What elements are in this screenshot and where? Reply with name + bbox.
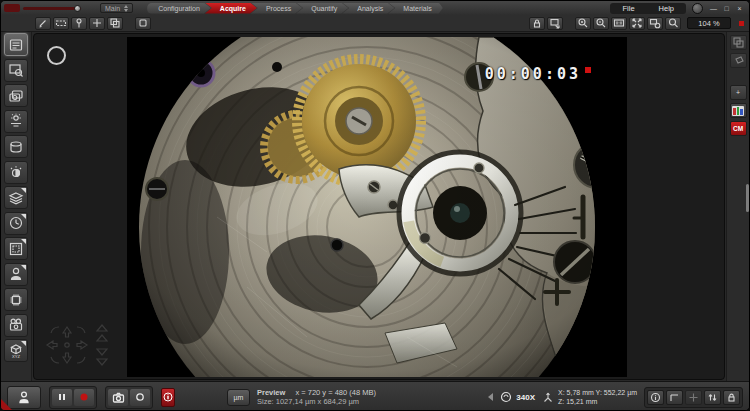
add-point-button[interactable] — [89, 17, 105, 30]
sidebar-item-image-inspect[interactable] — [4, 59, 28, 82]
tab-configuration[interactable]: Configuration — [147, 3, 211, 14]
pan-control-pad[interactable] — [41, 321, 115, 369]
objective-icon — [500, 391, 512, 403]
channel-cm-label: CM — [733, 125, 743, 132]
minimize-button[interactable]: — — [709, 3, 718, 14]
tab-quantify[interactable]: Quantify — [296, 3, 348, 14]
circle-icon — [134, 391, 146, 403]
z-up-triangle — [97, 335, 107, 341]
z-position: Z: 15,21 mm — [558, 397, 637, 406]
duplicate-button[interactable] — [107, 17, 123, 30]
snapshot-export-button[interactable] — [547, 17, 563, 30]
scale-bar-button[interactable] — [666, 390, 683, 405]
recording-indicator-icon — [585, 67, 591, 73]
close-button[interactable]: × — [735, 3, 744, 14]
camera-icon — [112, 391, 125, 404]
file-menu[interactable]: File — [610, 3, 646, 14]
chip-icon — [8, 292, 24, 308]
sidebar-item-drum[interactable] — [4, 135, 28, 158]
fit-to-screen-button[interactable] — [629, 17, 645, 30]
clock-icon — [8, 215, 24, 231]
overlay-toggle-button[interactable] — [135, 17, 151, 30]
zoom-level-display[interactable]: 104 % — [687, 17, 731, 29]
corner-alert-icon — [1, 399, 14, 411]
lock-view-button[interactable] — [529, 17, 545, 30]
recording-timer: 00:00:03 — [485, 65, 591, 83]
help-menu[interactable]: Help — [647, 3, 686, 14]
preview-dimensions: x = 720 y = 480 (48 MB) — [295, 388, 375, 397]
cylinder-icon — [8, 139, 24, 155]
person-icon — [17, 390, 31, 404]
pan-up-arrow — [63, 327, 71, 337]
stacked-frames-icon — [733, 37, 744, 48]
tab-analysis[interactable]: Analysis — [342, 3, 394, 14]
camera-gallery-icon — [8, 88, 24, 104]
image-info-button[interactable] — [647, 390, 664, 405]
units-button[interactable]: µm — [227, 389, 250, 406]
sidebar-item-illumination[interactable] — [4, 110, 28, 133]
contrast-sun-icon — [8, 164, 24, 180]
merge-channels-button[interactable] — [730, 35, 747, 50]
collapse-arrow-icon[interactable] — [488, 393, 493, 401]
add-channel-button[interactable]: + — [730, 85, 747, 100]
maximize-button[interactable]: □ — [722, 3, 731, 14]
z-order-button[interactable] — [704, 390, 721, 405]
info-icon — [163, 391, 173, 403]
measure-button[interactable] — [53, 17, 69, 30]
lamp-icon — [8, 113, 24, 129]
zoom-in-button[interactable] — [575, 17, 591, 30]
region-zoom-icon — [649, 17, 661, 29]
flatten-button[interactable] — [730, 53, 747, 68]
roi-circle-overlay[interactable] — [47, 46, 66, 65]
status-bar: µm Preview x = 720 y = 480 (48 MB) Size:… — [1, 381, 749, 411]
ruler-icon — [55, 17, 67, 29]
lock-settings-button[interactable] — [723, 390, 740, 405]
sidebar-item-video[interactable] — [4, 314, 28, 337]
sidebar-item-xyz-stage[interactable]: XYZ — [4, 339, 28, 362]
logo-slider — [23, 7, 81, 10]
acquisition-info-button[interactable] — [161, 388, 175, 407]
sidebar-item-layers[interactable] — [4, 186, 28, 209]
sidebar-item-experiments[interactable] — [4, 33, 28, 56]
sidebar-item-stage-grid[interactable] — [4, 237, 28, 260]
tab-materials[interactable]: Materials — [388, 3, 442, 14]
vertical-scrollbar[interactable] — [746, 184, 749, 212]
sidebar-item-user[interactable] — [4, 263, 28, 286]
marker-button[interactable] — [71, 17, 87, 30]
white-balance-button[interactable] — [130, 389, 150, 406]
circle-info-icon — [650, 392, 661, 403]
actual-size-button[interactable] — [611, 17, 627, 30]
pan-downleft-arc — [51, 357, 59, 363]
zoom-out-icon — [595, 17, 607, 29]
image-canvas[interactable]: 00:00:03 — [33, 33, 725, 380]
capture-image-button[interactable] — [108, 389, 128, 406]
sidebar-item-hardware[interactable] — [4, 288, 28, 311]
round-badge-icon[interactable] — [692, 3, 703, 14]
sidebar-item-contrast[interactable] — [4, 161, 28, 184]
pan-downright-arc — [77, 357, 85, 363]
mode-selector[interactable]: Main — [100, 3, 133, 13]
channel-cm-button[interactable]: CM — [730, 121, 747, 136]
live-view[interactable]: 00:00:03 — [127, 37, 627, 377]
tab-process[interactable]: Process — [251, 3, 302, 14]
tab-acquire[interactable]: Acquire — [205, 3, 257, 14]
record-button[interactable] — [74, 389, 94, 406]
main-toolbar: 104 % — [1, 15, 749, 32]
sidebar-item-timelapse[interactable] — [4, 212, 28, 235]
zoom-region-button[interactable] — [647, 17, 663, 30]
timer-value: 00:00:03 — [485, 65, 581, 83]
spinner-icon[interactable] — [124, 5, 128, 12]
app-logo — [4, 4, 90, 12]
pan-down-arrow — [63, 353, 71, 363]
crosshair-overlay-button[interactable] — [685, 390, 702, 405]
pan-right-arrow — [77, 341, 87, 349]
one-to-one-icon — [613, 17, 625, 29]
zoom-out-button[interactable] — [593, 17, 609, 30]
magnification-readout: 340X — [500, 391, 535, 403]
magnify-button[interactable] — [665, 17, 681, 30]
magnifier-icon — [667, 17, 679, 29]
sidebar-item-gallery[interactable] — [4, 84, 28, 107]
pause-button[interactable] — [52, 389, 72, 406]
annotate-button[interactable] — [35, 17, 51, 30]
rgb-channel-button[interactable] — [730, 103, 747, 118]
